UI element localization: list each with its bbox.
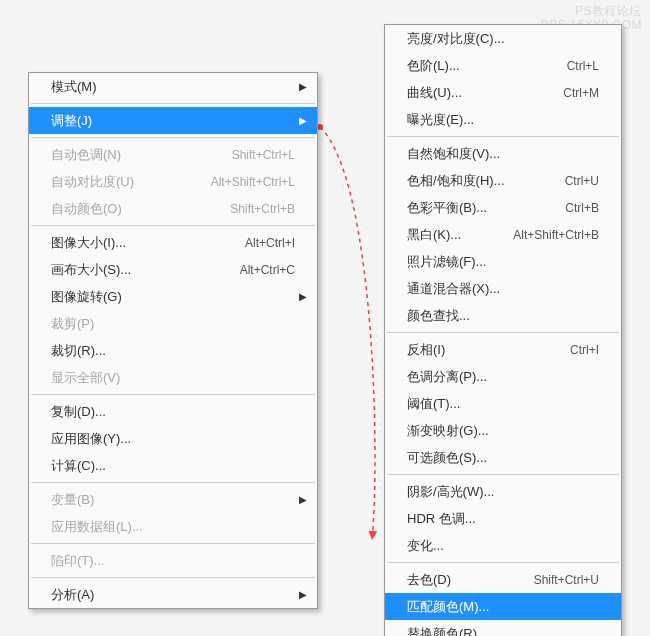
watermark-line1: PS教程论坛 [541,4,642,18]
menu-item-label: 裁切(R)... [51,342,295,360]
menu-item-label: 色阶(L)... [407,57,567,75]
rightMenu-item-25[interactable]: 替换颜色(R)... [385,620,621,636]
menu-item-label: 图像大小(I)... [51,234,245,252]
leftMenu-separator [31,577,315,578]
leftMenu-separator [31,103,315,104]
menu-item-label: 自动色调(N) [51,146,232,164]
leftMenu-item-0[interactable]: 模式(M)▶ [29,73,317,100]
rightMenu-separator [387,562,619,563]
menu-item-shortcut: Shift+Ctrl+L [232,148,295,162]
menu-item-shortcut: Alt+Ctrl+I [245,236,295,250]
menu-item-label: 裁剪(P) [51,315,295,333]
leftMenu-item-17[interactable]: 计算(C)... [29,452,317,479]
menu-item-label: 自然饱和度(V)... [407,145,599,163]
menu-item-label: 可选颜色(S)... [407,449,599,467]
rightMenu-item-0[interactable]: 亮度/对比度(C)... [385,25,621,52]
rightMenu-item-19[interactable]: 阴影/高光(W)... [385,478,621,505]
rightMenu-separator [387,474,619,475]
rightMenu-item-7[interactable]: 色彩平衡(B)...Ctrl+B [385,194,621,221]
menu-item-shortcut: Ctrl+B [565,201,599,215]
leftMenu-item-12[interactable]: 裁切(R)... [29,337,317,364]
leftMenu-item-22: 陷印(T)... [29,547,317,574]
adjustments-submenu[interactable]: 亮度/对比度(C)...色阶(L)...Ctrl+L曲线(U)...Ctrl+M… [384,24,622,636]
rightMenu-separator [387,136,619,137]
menu-item-label: 匹配颜色(M)... [407,598,599,616]
menu-item-label: 画布大小(S)... [51,261,240,279]
menu-item-label: 变量(B) [51,491,295,509]
image-menu[interactable]: 模式(M)▶调整(J)▶自动色调(N)Shift+Ctrl+L自动对比度(U)A… [28,72,318,609]
rightMenu-item-13[interactable]: 反相(I)Ctrl+I [385,336,621,363]
leftMenu-item-5: 自动对比度(U)Alt+Shift+Ctrl+L [29,168,317,195]
menu-item-label: 色相/饱和度(H)... [407,172,565,190]
menu-item-label: 反相(I) [407,341,570,359]
rightMenu-item-21[interactable]: 变化... [385,532,621,559]
rightMenu-item-11[interactable]: 颜色查找... [385,302,621,329]
rightMenu-item-1[interactable]: 色阶(L)...Ctrl+L [385,52,621,79]
rightMenu-item-2[interactable]: 曲线(U)...Ctrl+M [385,79,621,106]
rightMenu-item-6[interactable]: 色相/饱和度(H)...Ctrl+U [385,167,621,194]
leftMenu-item-16[interactable]: 应用图像(Y)... [29,425,317,452]
leftMenu-item-20: 应用数据组(L)... [29,513,317,540]
menu-item-shortcut: Shift+Ctrl+B [230,202,295,216]
menu-item-label: 显示全部(V) [51,369,295,387]
rightMenu-item-20[interactable]: HDR 色调... [385,505,621,532]
leftMenu-item-19: 变量(B)▶ [29,486,317,513]
submenu-arrow-icon: ▶ [299,291,307,302]
leftMenu-item-9[interactable]: 画布大小(S)...Alt+Ctrl+C [29,256,317,283]
submenu-arrow-icon: ▶ [299,494,307,505]
menu-item-label: 阈值(T)... [407,395,599,413]
leftMenu-item-24[interactable]: 分析(A)▶ [29,581,317,608]
leftMenu-separator [31,543,315,544]
leftMenu-item-10[interactable]: 图像旋转(G)▶ [29,283,317,310]
submenu-arrow-icon: ▶ [299,115,307,126]
rightMenu-item-15[interactable]: 阈值(T)... [385,390,621,417]
menu-item-shortcut: Alt+Shift+Ctrl+L [211,175,295,189]
submenu-arrow-icon: ▶ [299,81,307,92]
menu-item-label: 自动对比度(U) [51,173,211,191]
leftMenu-item-8[interactable]: 图像大小(I)...Alt+Ctrl+I [29,229,317,256]
menu-item-shortcut: Alt+Shift+Ctrl+B [513,228,599,242]
menu-item-label: 色调分离(P)... [407,368,599,386]
leftMenu-separator [31,225,315,226]
rightMenu-item-8[interactable]: 黑白(K)...Alt+Shift+Ctrl+B [385,221,621,248]
menu-item-shortcut: Ctrl+M [563,86,599,100]
rightMenu-item-16[interactable]: 渐变映射(G)... [385,417,621,444]
leftMenu-separator [31,137,315,138]
rightMenu-item-17[interactable]: 可选颜色(S)... [385,444,621,471]
rightMenu-item-5[interactable]: 自然饱和度(V)... [385,140,621,167]
menu-item-label: HDR 色调... [407,510,599,528]
menu-item-label: 复制(D)... [51,403,295,421]
menu-item-shortcut: Ctrl+U [565,174,599,188]
menu-item-label: 陷印(T)... [51,552,295,570]
menu-item-shortcut: Shift+Ctrl+U [534,573,599,587]
rightMenu-item-23[interactable]: 去色(D)Shift+Ctrl+U [385,566,621,593]
submenu-arrow-icon: ▶ [299,589,307,600]
leftMenu-item-11: 裁剪(P) [29,310,317,337]
menu-item-label: 调整(J) [51,112,295,130]
menu-item-label: 亮度/对比度(C)... [407,30,599,48]
menu-item-label: 色彩平衡(B)... [407,199,565,217]
rightMenu-item-24[interactable]: 匹配颜色(M)... [385,593,621,620]
menu-item-shortcut: Ctrl+I [570,343,599,357]
rightMenu-item-14[interactable]: 色调分离(P)... [385,363,621,390]
leftMenu-item-4: 自动色调(N)Shift+Ctrl+L [29,141,317,168]
menu-item-label: 照片滤镜(F)... [407,253,599,271]
menu-item-label: 通道混合器(X)... [407,280,599,298]
leftMenu-separator [31,482,315,483]
leftMenu-item-2[interactable]: 调整(J)▶ [29,107,317,134]
menu-item-shortcut: Ctrl+L [567,59,599,73]
rightMenu-item-9[interactable]: 照片滤镜(F)... [385,248,621,275]
menu-item-label: 曲线(U)... [407,84,563,102]
menu-item-label: 应用图像(Y)... [51,430,295,448]
rightMenu-item-3[interactable]: 曝光度(E)... [385,106,621,133]
menu-item-label: 曝光度(E)... [407,111,599,129]
rightMenu-separator [387,332,619,333]
rightMenu-item-10[interactable]: 通道混合器(X)... [385,275,621,302]
leftMenu-item-6: 自动颜色(O)Shift+Ctrl+B [29,195,317,222]
leftMenu-separator [31,394,315,395]
leftMenu-item-15[interactable]: 复制(D)... [29,398,317,425]
menu-item-label: 应用数据组(L)... [51,518,295,536]
menu-item-label: 渐变映射(G)... [407,422,599,440]
menu-item-label: 变化... [407,537,599,555]
menu-item-label: 自动颜色(O) [51,200,230,218]
